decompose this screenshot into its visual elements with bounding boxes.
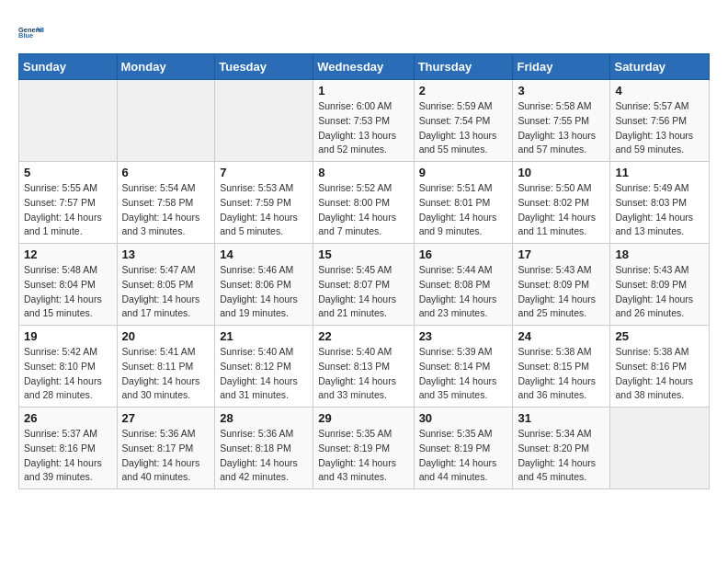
day-number: 26 (24, 411, 112, 425)
day-info: Sunrise: 5:36 AMSunset: 8:18 PMDaylight:… (220, 427, 308, 485)
calendar-day-cell: 31 Sunrise: 5:34 AMSunset: 8:20 PMDaylig… (513, 408, 610, 489)
calendar-day-cell (610, 408, 710, 489)
calendar-day-cell: 12 Sunrise: 5:48 AMSunset: 8:04 PMDaylig… (19, 244, 118, 326)
day-info: Sunrise: 5:50 AMSunset: 8:02 PMDaylight:… (518, 181, 605, 239)
day-number: 30 (419, 411, 508, 425)
calendar-day-cell: 17 Sunrise: 5:43 AMSunset: 8:09 PMDaylig… (513, 244, 610, 326)
day-info: Sunrise: 5:35 AMSunset: 8:19 PMDaylight:… (318, 427, 408, 485)
calendar-day-cell: 29 Sunrise: 5:35 AMSunset: 8:19 PMDaylig… (313, 408, 414, 489)
day-number: 25 (615, 329, 704, 343)
day-of-week-header: Friday (513, 54, 610, 80)
calendar-day-cell: 24 Sunrise: 5:38 AMSunset: 8:15 PMDaylig… (513, 326, 610, 408)
calendar-day-cell: 27 Sunrise: 5:36 AMSunset: 8:17 PMDaylig… (117, 408, 215, 489)
day-of-week-header: Wednesday (313, 54, 414, 80)
day-info: Sunrise: 5:43 AMSunset: 8:09 PMDaylight:… (615, 263, 704, 321)
day-info: Sunrise: 5:35 AMSunset: 8:19 PMDaylight:… (419, 427, 508, 485)
day-number: 21 (220, 329, 308, 343)
calendar-day-cell: 5 Sunrise: 5:55 AMSunset: 7:57 PMDayligh… (19, 162, 118, 244)
day-number: 13 (122, 247, 210, 261)
day-info: Sunrise: 5:53 AMSunset: 7:59 PMDaylight:… (220, 181, 308, 239)
calendar-header-row: SundayMondayTuesdayWednesdayThursdayFrid… (19, 54, 710, 80)
calendar-day-cell: 18 Sunrise: 5:43 AMSunset: 8:09 PMDaylig… (610, 244, 710, 326)
day-number: 20 (122, 329, 210, 343)
day-info: Sunrise: 5:48 AMSunset: 8:04 PMDaylight:… (24, 263, 112, 321)
calendar-day-cell: 20 Sunrise: 5:41 AMSunset: 8:11 PMDaylig… (117, 326, 215, 408)
day-of-week-header: Tuesday (215, 54, 313, 80)
day-number: 16 (419, 247, 508, 261)
calendar-day-cell (19, 80, 118, 162)
day-number: 18 (615, 247, 704, 261)
day-number: 6 (122, 166, 210, 179)
day-info: Sunrise: 5:54 AMSunset: 7:58 PMDaylight:… (122, 181, 210, 239)
calendar-day-cell (215, 80, 313, 162)
day-number: 10 (518, 166, 605, 179)
calendar-day-cell: 15 Sunrise: 5:45 AMSunset: 8:07 PMDaylig… (313, 244, 414, 326)
calendar-day-cell: 8 Sunrise: 5:52 AMSunset: 8:00 PMDayligh… (313, 162, 414, 244)
calendar-day-cell: 26 Sunrise: 5:37 AMSunset: 8:16 PMDaylig… (19, 408, 118, 489)
day-info: Sunrise: 5:55 AMSunset: 7:57 PMDaylight:… (24, 181, 112, 239)
calendar-week-row: 26 Sunrise: 5:37 AMSunset: 8:16 PMDaylig… (19, 408, 710, 489)
calendar-day-cell: 3 Sunrise: 5:58 AMSunset: 7:55 PMDayligh… (513, 80, 610, 162)
day-info: Sunrise: 5:44 AMSunset: 8:08 PMDaylight:… (419, 263, 508, 321)
day-info: Sunrise: 5:36 AMSunset: 8:17 PMDaylight:… (122, 427, 210, 485)
day-of-week-header: Thursday (414, 54, 513, 80)
day-number: 24 (518, 329, 605, 343)
day-info: Sunrise: 5:49 AMSunset: 8:03 PMDaylight:… (615, 181, 704, 239)
calendar-week-row: 1 Sunrise: 6:00 AMSunset: 7:53 PMDayligh… (19, 80, 710, 162)
calendar-day-cell: 16 Sunrise: 5:44 AMSunset: 8:08 PMDaylig… (414, 244, 513, 326)
day-info: Sunrise: 5:42 AMSunset: 8:10 PMDaylight:… (24, 345, 112, 403)
calendar-day-cell: 25 Sunrise: 5:38 AMSunset: 8:16 PMDaylig… (610, 326, 710, 408)
day-info: Sunrise: 5:52 AMSunset: 8:00 PMDaylight:… (318, 181, 408, 239)
day-number: 8 (318, 166, 408, 179)
calendar-week-row: 12 Sunrise: 5:48 AMSunset: 8:04 PMDaylig… (19, 244, 710, 326)
day-number: 7 (220, 166, 308, 179)
day-number: 1 (318, 84, 408, 98)
day-number: 22 (318, 329, 408, 343)
calendar-week-row: 5 Sunrise: 5:55 AMSunset: 7:57 PMDayligh… (19, 162, 710, 244)
calendar-day-cell: 22 Sunrise: 5:40 AMSunset: 8:13 PMDaylig… (313, 326, 414, 408)
day-info: Sunrise: 5:46 AMSunset: 8:06 PMDaylight:… (220, 263, 308, 321)
day-number: 9 (419, 166, 508, 179)
calendar-day-cell: 1 Sunrise: 6:00 AMSunset: 7:53 PMDayligh… (313, 80, 414, 162)
day-number: 15 (318, 247, 408, 261)
calendar-day-cell: 30 Sunrise: 5:35 AMSunset: 8:19 PMDaylig… (414, 408, 513, 489)
day-info: Sunrise: 5:40 AMSunset: 8:13 PMDaylight:… (318, 345, 408, 403)
svg-text:Blue: Blue (18, 31, 33, 40)
page-header: General Blue (18, 18, 710, 44)
day-info: Sunrise: 5:39 AMSunset: 8:14 PMDaylight:… (419, 345, 508, 403)
calendar-table: SundayMondayTuesdayWednesdayThursdayFrid… (18, 53, 710, 489)
day-number: 19 (24, 329, 112, 343)
day-number: 31 (518, 411, 605, 425)
day-number: 29 (318, 411, 408, 425)
calendar-day-cell: 9 Sunrise: 5:51 AMSunset: 8:01 PMDayligh… (414, 162, 513, 244)
day-number: 17 (518, 247, 605, 261)
day-info: Sunrise: 5:58 AMSunset: 7:55 PMDaylight:… (518, 99, 605, 157)
calendar-day-cell: 21 Sunrise: 5:40 AMSunset: 8:12 PMDaylig… (215, 326, 313, 408)
calendar-day-cell (117, 80, 215, 162)
day-of-week-header: Saturday (610, 54, 710, 80)
calendar-day-cell: 19 Sunrise: 5:42 AMSunset: 8:10 PMDaylig… (19, 326, 118, 408)
logo-icon: General Blue (18, 18, 44, 44)
day-info: Sunrise: 6:00 AMSunset: 7:53 PMDaylight:… (318, 99, 408, 157)
calendar-day-cell: 10 Sunrise: 5:50 AMSunset: 8:02 PMDaylig… (513, 162, 610, 244)
day-number: 14 (220, 247, 308, 261)
calendar-day-cell: 11 Sunrise: 5:49 AMSunset: 8:03 PMDaylig… (610, 162, 710, 244)
day-of-week-header: Monday (117, 54, 215, 80)
day-number: 4 (615, 84, 704, 98)
day-info: Sunrise: 5:59 AMSunset: 7:54 PMDaylight:… (419, 99, 508, 157)
calendar-day-cell: 6 Sunrise: 5:54 AMSunset: 7:58 PMDayligh… (117, 162, 215, 244)
day-info: Sunrise: 5:34 AMSunset: 8:20 PMDaylight:… (518, 427, 605, 485)
day-info: Sunrise: 5:37 AMSunset: 8:16 PMDaylight:… (24, 427, 112, 485)
day-number: 2 (419, 84, 508, 98)
day-number: 11 (615, 166, 704, 179)
calendar-day-cell: 23 Sunrise: 5:39 AMSunset: 8:14 PMDaylig… (414, 326, 513, 408)
day-of-week-header: Sunday (19, 54, 118, 80)
day-number: 27 (122, 411, 210, 425)
day-number: 12 (24, 247, 112, 261)
calendar-day-cell: 4 Sunrise: 5:57 AMSunset: 7:56 PMDayligh… (610, 80, 710, 162)
day-info: Sunrise: 5:38 AMSunset: 8:16 PMDaylight:… (615, 345, 704, 403)
day-info: Sunrise: 5:45 AMSunset: 8:07 PMDaylight:… (318, 263, 408, 321)
day-info: Sunrise: 5:51 AMSunset: 8:01 PMDaylight:… (419, 181, 508, 239)
calendar-day-cell: 7 Sunrise: 5:53 AMSunset: 7:59 PMDayligh… (215, 162, 313, 244)
calendar-day-cell: 28 Sunrise: 5:36 AMSunset: 8:18 PMDaylig… (215, 408, 313, 489)
